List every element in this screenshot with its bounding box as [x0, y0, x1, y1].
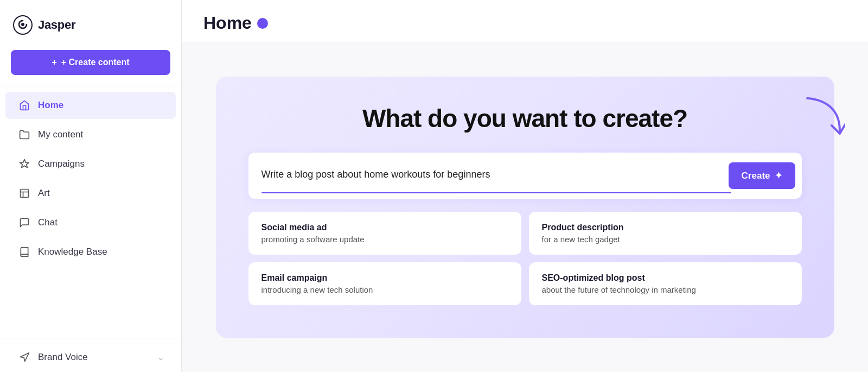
chat-icon [18, 217, 30, 229]
sidebar-item-home[interactable]: Home [5, 92, 176, 119]
suggestion-subtitle-1: for a new tech gadget [542, 235, 789, 244]
sidebar-item-art[interactable]: Art [5, 180, 176, 207]
suggestion-title-1: Product description [542, 223, 789, 232]
sidebar-item-brand-voice-label: Brand Voice [38, 352, 88, 363]
main-header: Home [182, 0, 868, 42]
nav-divider-top [0, 86, 181, 86]
sidebar-item-knowledge-base-label: Knowledge Base [38, 247, 107, 257]
create-content-plus-icon: + [52, 58, 56, 67]
folder-icon [18, 129, 30, 141]
suggestion-card-0[interactable]: Social media ad promoting a software upd… [248, 212, 521, 255]
megaphone-icon [18, 351, 30, 363]
nav-spacer [0, 267, 181, 338]
sidebar-item-chat[interactable]: Chat [5, 209, 176, 236]
sidebar-item-brand-voice[interactable]: Brand Voice ⌵ [5, 344, 176, 371]
hero-card: What do you want to create? Write a blog… [216, 77, 834, 338]
logo-area: Jasper [0, 0, 181, 46]
arrow-decoration-icon [802, 93, 845, 142]
suggestion-title-2: Email campaign [261, 273, 508, 283]
search-input-display[interactable]: Write a blog post about home workouts fo… [261, 169, 722, 182]
sidebar-item-knowledge-base[interactable]: Knowledge Base [5, 238, 176, 266]
suggestion-subtitle-0: promoting a software update [261, 235, 508, 244]
create-action-label: Create [742, 171, 770, 181]
create-content-label: + Create content [61, 58, 130, 67]
create-action-button[interactable]: Create ✦ [729, 162, 795, 189]
home-icon [18, 99, 30, 111]
suggestion-title-0: Social media ad [261, 223, 508, 232]
create-content-button[interactable]: + + Create content [11, 50, 170, 75]
svg-rect-2 [21, 190, 29, 198]
suggestion-subtitle-2: introducing a new tech solution [261, 285, 508, 294]
bottom-nav: Brand Voice ⌵ [0, 338, 181, 372]
sidebar: Jasper + + Create content Home My conten… [0, 0, 182, 372]
sidebar-item-my-content[interactable]: My content [5, 121, 176, 148]
chevron-down-icon: ⌵ [158, 353, 163, 362]
rocket-icon [18, 158, 30, 170]
app-name: Jasper [38, 18, 75, 32]
suggestion-card-3[interactable]: SEO-optimized blog post about the future… [529, 262, 802, 305]
suggestion-card-1[interactable]: Product description for a new tech gadge… [529, 212, 802, 255]
search-underline [261, 192, 731, 193]
sidebar-item-my-content-label: My content [38, 129, 83, 140]
sidebar-item-chat-label: Chat [38, 217, 58, 228]
suggestion-grid: Social media ad promoting a software upd… [248, 212, 802, 305]
page-title: Home [203, 13, 252, 33]
hero-heading: What do you want to create? [248, 104, 802, 133]
sidebar-item-home-label: Home [38, 100, 63, 111]
main-body: What do you want to create? Write a blog… [182, 42, 868, 372]
sidebar-item-art-label: Art [38, 188, 50, 199]
main-content: Home What do you want to create? Write a… [182, 0, 868, 372]
sparkle-icon: ✦ [775, 170, 782, 181]
jasper-logo-icon [13, 15, 33, 35]
suggestion-title-3: SEO-optimized blog post [542, 273, 789, 283]
title-dot-icon [257, 18, 268, 29]
sidebar-item-campaigns-label: Campaigns [38, 159, 85, 169]
svg-point-1 [21, 23, 24, 26]
sidebar-item-campaigns[interactable]: Campaigns [5, 150, 176, 178]
suggestion-subtitle-3: about the future of technology in market… [542, 285, 789, 294]
suggestion-card-2[interactable]: Email campaign introducing a new tech so… [248, 262, 521, 305]
book-icon [18, 246, 30, 258]
search-bar: Write a blog post about home workouts fo… [248, 153, 802, 199]
art-icon [18, 187, 30, 199]
